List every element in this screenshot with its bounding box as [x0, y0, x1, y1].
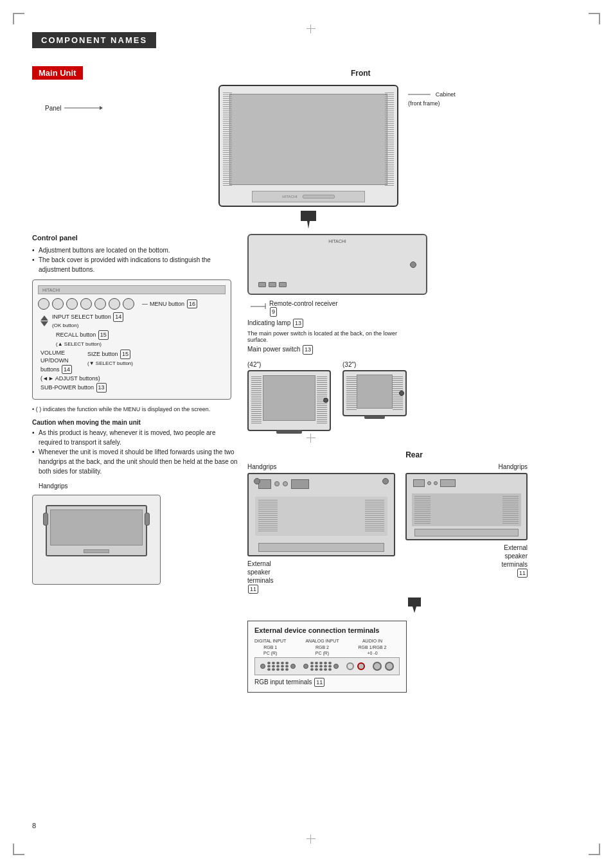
rear-tv-big-container: Handgrips: [247, 463, 395, 594]
size-42-label: (42"): [247, 361, 331, 368]
front-label: Front: [351, 69, 371, 78]
analog-dot: [303, 664, 308, 669]
rear-diagrams: Handgrips: [247, 463, 581, 594]
port-vga-1: [291, 479, 309, 489]
port-round-1: [274, 481, 280, 486]
indicating-lamp-label: Indicating lamp 13: [247, 319, 581, 328]
rca-pair: [346, 662, 365, 670]
terminal-label-row: DIGITAL INPUTRGB 1PC (R) ANALOG INPUTRGB…: [254, 638, 400, 655]
analog-dsub: [310, 662, 332, 671]
apin-9: [324, 665, 327, 668]
rear-small-mid: [412, 493, 521, 526]
port-hdmi-1: [258, 479, 271, 489]
caution-bullet-2: Whenever the unit is moved it should be …: [32, 447, 238, 476]
tv-42-container: (42"): [247, 361, 331, 431]
rear-tv-big: [247, 473, 395, 556]
btn-1: [38, 298, 49, 310]
pin-13: [276, 668, 280, 671]
pin-5: [285, 662, 289, 664]
ext-speaker-left-label: Externalspeakerterminals11: [247, 560, 395, 594]
small-port-1: [413, 479, 425, 487]
btn-2: [52, 298, 64, 310]
svg-marker-1: [100, 106, 103, 110]
apin-6: [310, 665, 314, 668]
volume-label: VOLUMEUP/DOWNbuttons 14: [40, 350, 72, 374]
remote-brand-label: HITACHI: [328, 239, 346, 244]
remote-receiver-label: Remote-control receiver 9: [247, 300, 581, 317]
analog-input-text: ANALOG INPUTRGB 2PC (R): [305, 638, 339, 655]
handgrips-section-left: Handgrips: [32, 483, 238, 585]
port-round-2: [283, 481, 288, 486]
sub-power-row: SUB-POWER button 13: [38, 383, 226, 393]
apin-7: [315, 665, 318, 668]
input-select-label: INPUT SELECT button 14 (OK button): [52, 312, 123, 329]
rear-top-ports: [258, 479, 384, 492]
apin-4: [324, 662, 327, 664]
page-content: COMPONENT NAMES Main Unit Front Panel HI…: [32, 32, 581, 836]
bullet-2: The back cover is provided with indicati…: [32, 255, 238, 274]
apin-1: [310, 662, 314, 664]
remote-btn-1: [258, 282, 266, 287]
panel-label: Panel: [45, 104, 103, 112]
ext-speaker-right-label: Externalspeakerterminals11: [405, 544, 528, 578]
pin-12: [272, 668, 275, 671]
pin-7: [272, 665, 275, 668]
caution-bullets: As this product is heavy, whenever it is…: [32, 428, 238, 476]
apin-12: [315, 668, 318, 671]
round-pair: [373, 662, 394, 671]
tv-32-diagram: [342, 370, 407, 416]
recall-row: RECALL button 15 (▲ SELECT button): [38, 330, 226, 348]
digital-conn-area: [260, 662, 296, 671]
menu-note: • ( ) indicates the function while the M…: [32, 406, 238, 412]
tv-32-screen: [357, 375, 393, 409]
pin-14: [281, 668, 284, 671]
handgrips-label-top-left: Handgrips: [247, 463, 277, 470]
rear-small-bottom: [414, 529, 519, 536]
tv-42-diagram: [247, 370, 331, 431]
pin-8: [276, 665, 280, 668]
page-number: 8: [32, 822, 36, 829]
tv-42-screen: [263, 375, 315, 421]
remote-receiver-text: Remote-control receiver 9: [269, 300, 338, 317]
corner-mark-bl: [13, 844, 24, 855]
page-title: COMPONENT NAMES: [32, 32, 156, 48]
analog-dot2: [333, 664, 339, 669]
analog-input-label: ANALOG INPUTRGB 2PC (R): [305, 638, 339, 655]
remote-receiver-dot: [410, 261, 416, 268]
arrow-to-ext: [247, 598, 581, 613]
adjust-row: (◄► ADJUST buttons): [38, 375, 226, 382]
adsub-row2: [310, 665, 332, 668]
tv-side-diagram-left: [32, 495, 161, 585]
tv-control-strip: HITACHI: [252, 191, 365, 202]
caution-title: Caution when moving the main unit: [32, 419, 238, 426]
rear-small-speaker-l: [414, 496, 431, 524]
handgrip-left: [43, 513, 48, 526]
tv-32-knob: [399, 391, 404, 396]
left-speaker-grille: [223, 93, 232, 186]
rear-label: Rear: [247, 450, 581, 459]
apin-3: [319, 662, 323, 664]
corner-mark-br: [589, 844, 600, 855]
audio-in-text: AUDIO INRGB 1/RGB 2+0 -0: [359, 638, 387, 655]
middle-left: Control panel Adjustment buttons are loc…: [32, 234, 238, 693]
digital-input-label: DIGITAL INPUTRGB 1PC (R): [254, 638, 286, 655]
svg-marker-3: [301, 211, 316, 229]
right-speaker-grille: [385, 93, 394, 186]
menu-label: — MENU button 16: [142, 299, 197, 309]
digital-input-text: DIGITAL INPUTRGB 1PC (R): [254, 638, 286, 655]
arrow-up: [40, 315, 48, 321]
small-port-2: [427, 481, 431, 485]
control-panel-bullets: Adjustment buttons are located on the bo…: [32, 245, 238, 274]
rear-knob-left: [254, 478, 260, 484]
caution-bullet-1: As this product is heavy, whenever it is…: [32, 428, 238, 447]
rear-small-ports: [413, 479, 520, 490]
rear-small-speaker-r: [502, 496, 519, 524]
dsub-row3: [267, 668, 289, 671]
dsub-row2: [267, 665, 289, 668]
corner-mark-tl: [13, 13, 24, 24]
tv-32-speaker-left: [346, 376, 357, 410]
pin-10: [285, 665, 289, 668]
dsub-row1: [267, 662, 289, 664]
apin-15: [328, 668, 332, 671]
size-label: SIZE button 15 (▼ SELECT button): [87, 350, 133, 368]
